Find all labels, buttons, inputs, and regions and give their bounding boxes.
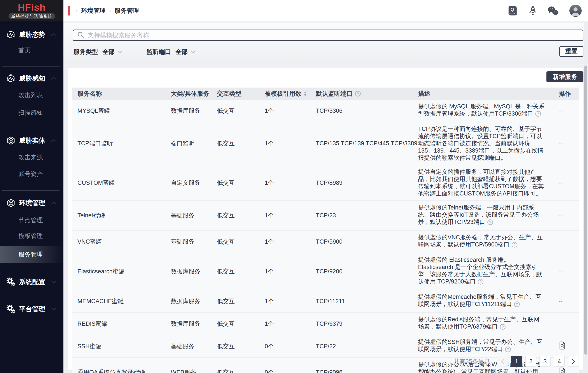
cell-interaction: 低交互 xyxy=(217,335,265,358)
sidebar-item-attack-source[interactable]: 攻击来源 xyxy=(0,151,63,164)
question-icon[interactable]: ? xyxy=(355,91,361,97)
cell-port: TCP/9200 xyxy=(316,253,418,290)
pagination-page-3[interactable]: 3 xyxy=(539,356,551,367)
column-header-desc: 描述 xyxy=(418,88,551,100)
listen-port-value[interactable]: 全部 xyxy=(175,48,188,56)
svg-text:?: ? xyxy=(489,220,491,224)
sidebar-group-label: 威胁实体 xyxy=(19,136,45,145)
docs-icon[interactable] xyxy=(507,5,518,16)
table-row: VNC蜜罐基础服务低交互1个TCP/5900提供虚假的VNC服务端，常见于办公、… xyxy=(72,230,578,253)
cell-ref-count: 1个 xyxy=(265,165,316,201)
table-row: TCP端口监听端口监听低交互1个TCP/135,TCP/139,TCP/445,… xyxy=(72,122,578,165)
sidebar-group-label: 威胁态势 xyxy=(19,30,45,39)
sidebar-divider xyxy=(2,190,60,191)
service-table-card: 新增服务 服务名称大类/具体服务交互类型被模板引用数默认监听端口?描述操作 MY… xyxy=(68,68,583,370)
cell-op-empty: -- xyxy=(551,165,578,201)
cell-port: TCP/135,TCP/139,TCP/445,TCP/3389 xyxy=(316,122,418,165)
sidebar-group-threat-situation[interactable]: 威胁态势 xyxy=(0,28,63,41)
app-logo[interactable]: HFish 威胁捕捉与诱骗系统 xyxy=(0,0,63,22)
question-icon[interactable]: ? xyxy=(478,279,484,286)
sidebar-group-platform-mgmt[interactable]: 平台管理 xyxy=(0,303,63,316)
pagination-prev-button[interactable] xyxy=(497,356,508,367)
sidebar-item-label: 攻击列表 xyxy=(18,91,43,99)
add-service-button[interactable]: 新增服务 xyxy=(546,71,583,82)
sidebar-item-label: 模板管理 xyxy=(18,232,43,240)
service-type-value[interactable]: 全部 xyxy=(102,48,115,56)
column-header-op: 操作 xyxy=(551,88,578,100)
question-icon[interactable]: ? xyxy=(535,111,541,119)
sidebar-group-environment-mgmt[interactable]: 环境管理 xyxy=(0,196,63,209)
svg-text:?: ? xyxy=(516,303,518,306)
sidebar-item-account-assets[interactable]: 账号资产 xyxy=(0,167,63,181)
sidebar-item-home[interactable]: 首页 xyxy=(0,44,63,57)
scrollbar-track[interactable] xyxy=(584,22,588,373)
pagination-page-2[interactable]: 2 xyxy=(525,356,536,367)
service-table: 服务名称大类/具体服务交互类型被模板引用数默认监听端口?描述操作 MYSQL蜜罐… xyxy=(72,88,578,373)
cell-ref-count: 0个 xyxy=(265,335,316,358)
sort-icon[interactable] xyxy=(304,91,307,96)
breadcrumb-service-mgmt[interactable]: 服务管理 xyxy=(115,7,139,15)
cell-ref-count: 1个 xyxy=(265,313,316,335)
cell-category: 数据库服务 xyxy=(171,313,217,335)
cell-port: TCP/22 xyxy=(316,335,418,358)
search-icon xyxy=(77,31,84,39)
sidebar-group-threat-perception[interactable]: 威胁感知 xyxy=(0,72,63,85)
sidebar-item-attack-list[interactable]: 攻击列表 xyxy=(0,89,63,102)
cube-icon xyxy=(7,136,15,145)
table-row: MYSQL蜜罐数据库服务低交互1个TCP/3306提供虚假的 MySQL 服务端… xyxy=(72,100,578,122)
question-icon[interactable]: ? xyxy=(487,219,493,227)
cell-ref-count: 0个 xyxy=(265,358,316,373)
chevron-up-icon xyxy=(51,77,56,80)
sidebar-item-template-mgmt[interactable]: 模板管理 xyxy=(0,230,63,242)
avatar[interactable] xyxy=(569,5,582,17)
desc-text: 提供虚假的VNC服务端，常见于办公、生产、互联网场景，默认使用TCP/5900端… xyxy=(418,234,543,248)
cell-category: 数据库服务 xyxy=(171,253,217,290)
chevron-down-icon xyxy=(51,280,56,284)
pulse-icon xyxy=(7,74,15,83)
listen-port-filter[interactable]: 监听端口 全部 xyxy=(147,48,196,56)
question-icon[interactable]: ? xyxy=(511,242,518,250)
gear-icon xyxy=(7,278,15,286)
desc-text: 提供虚假的Memcache服务端，常见于生产、互联网场景，默认使用TCP/112… xyxy=(418,294,541,307)
cell-ref-count: 1个 xyxy=(265,122,316,165)
cell-name: SSH蜜罐 xyxy=(72,335,171,358)
search-input[interactable]: 支持模糊搜索服务名称 xyxy=(73,30,583,41)
pulse-icon xyxy=(7,30,15,39)
sidebar-item-service-mgmt[interactable]: 服务管理 xyxy=(0,246,63,263)
file-search-icon[interactable] xyxy=(559,341,566,351)
file-search-icon[interactable] xyxy=(559,368,566,373)
breadcrumb-env-mgmt[interactable]: 环境管理 xyxy=(81,7,106,15)
cell-name: TCP端口监听 xyxy=(72,122,171,165)
column-header-ref-count[interactable]: 被模板引用数 xyxy=(265,88,316,100)
gear-icon xyxy=(7,305,15,313)
desc-text: 提供虚假的SSH服务端，常见于办公、生产、互联网场景，默认使用TCP/22端口 xyxy=(418,339,543,352)
pagination-page-4[interactable]: 4 xyxy=(554,356,565,367)
cell-desc: 提供虚假的Redis服务端，常见于生产、互联网场景，默认使用TCP/6379端口… xyxy=(418,313,551,335)
reset-button[interactable]: 重置 xyxy=(559,46,583,57)
cell-ref-count: 1个 xyxy=(265,100,316,122)
sidebar-item-node-mgmt[interactable]: 节点管理 xyxy=(0,214,63,227)
table-row: REDIS蜜罐数据库服务低交互1个TCP/6379提供虚假的Redis服务端，常… xyxy=(72,313,578,335)
sidebar-group-threat-entity[interactable]: 威胁实体 xyxy=(0,134,63,147)
question-icon[interactable]: ? xyxy=(514,301,520,309)
wechat-icon[interactable] xyxy=(547,5,559,16)
sidebar-item-label: 攻击来源 xyxy=(18,153,43,162)
question-icon[interactable]: ? xyxy=(500,324,506,332)
pagination-page-1[interactable]: 1 xyxy=(511,356,522,367)
cell-port: TCP/5900 xyxy=(316,230,418,253)
question-icon[interactable]: ? xyxy=(505,346,511,354)
sidebar-item-label: 扫描感知 xyxy=(18,109,43,117)
scrollbar-thumb[interactable] xyxy=(584,66,587,355)
cell-port: TCP/8989 xyxy=(316,165,418,201)
svg-text:?: ? xyxy=(480,280,482,284)
service-type-filter[interactable]: 服务类型 全部 xyxy=(74,48,123,56)
cell-category: 端口监听 xyxy=(171,122,217,165)
chevron-up-icon xyxy=(51,33,56,36)
rocket-icon[interactable] xyxy=(527,5,539,16)
sidebar-item-scan-perception[interactable]: 扫描感知 xyxy=(0,106,63,119)
chevron-right-icon: › xyxy=(109,7,111,14)
sidebar-group-system-config[interactable]: 系统配置 xyxy=(0,275,63,288)
pagination-next-button[interactable] xyxy=(568,356,579,367)
column-header-label: 默认监听端口 xyxy=(316,89,353,98)
top-header: HFish 威胁捕捉与诱骗系统 › 环境管理 › 服务管理 xyxy=(0,0,588,22)
